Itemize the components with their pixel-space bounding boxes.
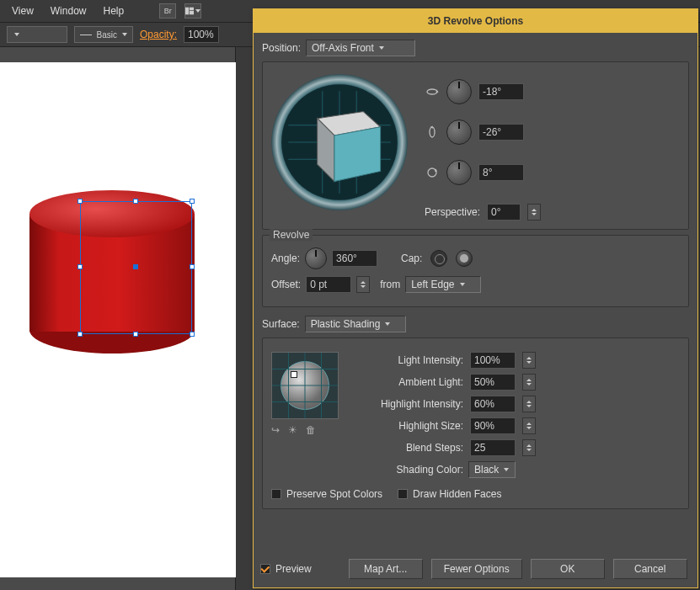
hi-intensity-input[interactable]: 60% bbox=[470, 396, 516, 412]
map-art-button[interactable]: Map Art... bbox=[349, 559, 423, 579]
light-intensity-input[interactable]: 100% bbox=[470, 352, 516, 369]
from-label: from bbox=[380, 279, 400, 290]
handle-ml[interactable] bbox=[77, 264, 83, 269]
perspective-input[interactable]: 0° bbox=[487, 204, 521, 221]
ambient-stepper[interactable] bbox=[522, 374, 536, 391]
svg-rect-1 bbox=[190, 8, 194, 11]
hidden-faces-label: Draw Hidden Faces bbox=[413, 488, 501, 500]
hidden-faces-checkbox[interactable]: Draw Hidden Faces bbox=[398, 488, 501, 500]
perspective-label: Perspective: bbox=[425, 206, 480, 218]
selection-bounds[interactable] bbox=[80, 201, 192, 334]
document-area bbox=[0, 47, 236, 590]
delete-light-icon[interactable]: 🗑 bbox=[306, 424, 316, 436]
ok-button[interactable]: OK bbox=[531, 559, 605, 579]
from-value: Left Edge bbox=[411, 279, 454, 290]
cap-solid-button[interactable] bbox=[456, 250, 473, 267]
cap-open-button[interactable] bbox=[430, 250, 447, 267]
svg-point-19 bbox=[428, 168, 436, 177]
perspective-stepper[interactable] bbox=[527, 204, 541, 221]
orientation-preview-svg bbox=[271, 74, 408, 210]
preview-label: Preview bbox=[275, 563, 312, 575]
preserve-spot-checkbox[interactable]: Preserve Spot Colors bbox=[271, 488, 382, 500]
handle-bl[interactable] bbox=[77, 332, 83, 337]
bridge-button[interactable]: Br bbox=[159, 3, 176, 19]
rotate-z-icon bbox=[425, 165, 440, 180]
light-grid-icon bbox=[272, 353, 338, 418]
hi-intensity-label: Highlight Intensity: bbox=[362, 398, 463, 410]
angle-input[interactable]: 360° bbox=[332, 250, 377, 267]
cap-label: Cap: bbox=[401, 252, 422, 264]
revolve-legend: Revolve bbox=[270, 229, 313, 241]
svg-rect-2 bbox=[190, 11, 194, 14]
light-intensity-stepper[interactable] bbox=[522, 352, 536, 369]
shading-color-select[interactable]: Black bbox=[468, 461, 516, 478]
surface-select[interactable]: Plastic Shading bbox=[305, 316, 406, 332]
rotate-x-icon bbox=[425, 84, 440, 99]
angle-label: Angle: bbox=[271, 252, 300, 264]
arrange-docs-button[interactable] bbox=[184, 3, 201, 19]
svg-point-18 bbox=[430, 127, 435, 137]
handle-center[interactable] bbox=[133, 264, 138, 269]
svg-rect-0 bbox=[185, 8, 189, 15]
checkbox-icon bbox=[271, 489, 281, 499]
handle-br[interactable] bbox=[190, 332, 195, 337]
y-rotation-knob[interactable] bbox=[446, 120, 472, 145]
z-rotation-input[interactable]: 8° bbox=[478, 164, 524, 181]
artboard[interactable] bbox=[0, 62, 236, 577]
blend-stepper[interactable] bbox=[522, 439, 536, 456]
offset-stepper[interactable] bbox=[356, 276, 370, 293]
opacity-label[interactable]: Opacity: bbox=[140, 29, 177, 40]
light-sphere-preview[interactable] bbox=[271, 352, 339, 419]
shading-color-label: Shading Color: bbox=[362, 464, 463, 476]
handle-tr[interactable] bbox=[190, 199, 195, 204]
offset-input[interactable]: 0 pt bbox=[306, 276, 351, 293]
blend-label: Blend Steps: bbox=[362, 442, 463, 454]
handle-bc[interactable] bbox=[133, 332, 138, 337]
checkbox-checked-icon bbox=[260, 564, 270, 574]
x-rotation-knob[interactable] bbox=[446, 79, 472, 104]
y-rotation-input[interactable]: -26° bbox=[478, 124, 524, 141]
orientation-preview[interactable] bbox=[271, 74, 408, 210]
rotate-y-icon bbox=[425, 125, 440, 140]
handle-tc[interactable] bbox=[133, 199, 138, 204]
preserve-spot-label: Preserve Spot Colors bbox=[286, 488, 382, 500]
surface-label: Surface: bbox=[262, 318, 300, 330]
position-label: Position: bbox=[262, 42, 301, 54]
light-intensity-label: Light Intensity: bbox=[362, 354, 463, 366]
stroke-style-select[interactable]: Basic bbox=[74, 26, 133, 43]
ambient-label: Ambient Light: bbox=[362, 376, 463, 388]
stroke-style-label: Basic bbox=[97, 30, 117, 40]
arrange-docs-icon bbox=[185, 6, 194, 16]
blend-input[interactable]: 25 bbox=[470, 439, 516, 456]
position-value: Off-Axis Front bbox=[312, 42, 374, 54]
stroke-line-icon bbox=[80, 35, 92, 35]
shading-color-value: Black bbox=[474, 464, 499, 476]
new-light-icon[interactable]: ☀ bbox=[288, 424, 297, 436]
hi-size-stepper[interactable] bbox=[522, 417, 536, 434]
opacity-input[interactable]: 100% bbox=[184, 26, 219, 43]
light-back-icon[interactable]: ↪ bbox=[271, 424, 280, 436]
hi-size-label: Highlight Size: bbox=[362, 420, 463, 432]
revolve-dialog: 3D Revolve Options Position: Off-Axis Fr… bbox=[253, 8, 698, 588]
checkbox-icon bbox=[398, 489, 408, 499]
surface-value: Plastic Shading bbox=[311, 318, 381, 330]
ambient-input[interactable]: 50% bbox=[470, 374, 516, 391]
offset-label: Offset: bbox=[271, 279, 301, 290]
angle-knob[interactable] bbox=[305, 247, 327, 269]
menu-item-window[interactable]: Window bbox=[44, 2, 94, 20]
stroke-weight-select[interactable] bbox=[7, 26, 67, 43]
position-select[interactable]: Off-Axis Front bbox=[306, 40, 415, 56]
menu-item-help[interactable]: Help bbox=[96, 2, 131, 20]
preview-checkbox[interactable]: Preview bbox=[260, 563, 312, 575]
cancel-button[interactable]: Cancel bbox=[613, 559, 687, 579]
hi-size-input[interactable]: 90% bbox=[470, 417, 516, 434]
handle-tl[interactable] bbox=[77, 199, 83, 204]
handle-mr[interactable] bbox=[190, 264, 195, 269]
z-rotation-knob[interactable] bbox=[446, 160, 472, 185]
fewer-options-button[interactable]: Fewer Options bbox=[431, 559, 522, 579]
hi-intensity-stepper[interactable] bbox=[522, 396, 536, 412]
x-rotation-input[interactable]: -18° bbox=[478, 83, 524, 100]
from-select[interactable]: Left Edge bbox=[405, 276, 481, 293]
light-handle[interactable] bbox=[291, 371, 297, 378]
menu-item-view[interactable]: View bbox=[5, 2, 40, 20]
